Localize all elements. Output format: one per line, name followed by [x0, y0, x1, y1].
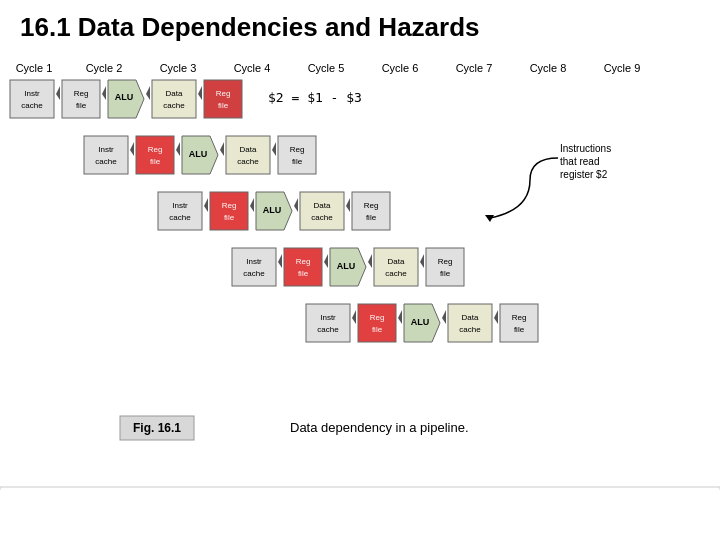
row1-data-cache: [152, 80, 196, 118]
row5-reg-red: [358, 304, 396, 342]
cycle-label-8: Cycle 8: [530, 62, 567, 74]
row1-arrow1: [56, 86, 60, 100]
row1-arrow3: [146, 86, 150, 100]
row3-arrow1: [204, 198, 208, 212]
svg-text:Data: Data: [462, 313, 479, 322]
row5-arrow4: [494, 310, 498, 324]
row3-arrow2: [250, 198, 254, 212]
svg-text:cache: cache: [21, 101, 43, 110]
svg-text:cache: cache: [169, 213, 191, 222]
row4-instr-cache: [232, 248, 276, 286]
row3-data-cache: [300, 192, 344, 230]
svg-text:file: file: [514, 325, 525, 334]
cycle-label-1: Cycle 1: [16, 62, 53, 74]
svg-text:file: file: [218, 101, 229, 110]
cycle-label-9: Cycle 9: [604, 62, 641, 74]
row1-reg-file: [62, 80, 100, 118]
svg-text:Instr: Instr: [320, 313, 336, 322]
row1-reg-out: [204, 80, 242, 118]
cycle-label-6: Cycle 6: [382, 62, 419, 74]
svg-text:file: file: [440, 269, 451, 278]
row2-arrow4: [272, 142, 276, 156]
cycle-label-3: Cycle 3: [160, 62, 197, 74]
row5-arrow2: [398, 310, 402, 324]
svg-text:cache: cache: [311, 213, 333, 222]
row4-data-cache: [374, 248, 418, 286]
svg-text:Instr: Instr: [172, 201, 188, 210]
svg-text:Reg: Reg: [296, 257, 311, 266]
svg-text:cache: cache: [317, 325, 339, 334]
cycle-label-2: Cycle 2: [86, 62, 123, 74]
svg-text:Instr: Instr: [98, 145, 114, 154]
svg-text:Data: Data: [314, 201, 331, 210]
svg-text:Data: Data: [166, 89, 183, 98]
annotation-line3: register $2: [560, 169, 608, 180]
row2-arrow1: [130, 142, 134, 156]
svg-text:file: file: [150, 157, 161, 166]
footer-bar: [0, 487, 720, 490]
row2-instr-cache: [84, 136, 128, 174]
svg-text:file: file: [292, 157, 303, 166]
svg-text:Reg: Reg: [290, 145, 305, 154]
row3-reg-red: [210, 192, 248, 230]
svg-text:Data: Data: [240, 145, 257, 154]
svg-text:ALU: ALU: [411, 317, 430, 327]
row3-instr-cache: [158, 192, 202, 230]
row4-reg-out: [426, 248, 464, 286]
svg-text:Instr: Instr: [24, 89, 40, 98]
svg-text:ALU: ALU: [263, 205, 282, 215]
annotation-arrowhead: [485, 215, 494, 222]
svg-text:Reg: Reg: [438, 257, 453, 266]
svg-text:cache: cache: [385, 269, 407, 278]
row2-reg-out: [278, 136, 316, 174]
svg-text:Reg: Reg: [148, 145, 163, 154]
svg-text:cache: cache: [237, 157, 259, 166]
svg-text:file: file: [366, 213, 377, 222]
row5-arrow1: [352, 310, 356, 324]
svg-text:ALU: ALU: [115, 92, 134, 102]
svg-text:Reg: Reg: [370, 313, 385, 322]
svg-text:Reg: Reg: [512, 313, 527, 322]
svg-text:Instr: Instr: [246, 257, 262, 266]
row1-instr-cache: [10, 80, 54, 118]
svg-text:ALU: ALU: [189, 149, 208, 159]
svg-text:Reg: Reg: [364, 201, 379, 210]
row1-arrow2: [102, 86, 106, 100]
row2-data-cache: [226, 136, 270, 174]
row5-reg-out: [500, 304, 538, 342]
svg-text:cache: cache: [243, 269, 265, 278]
annotation-arrow: [490, 158, 558, 218]
row3-arrow3: [294, 198, 298, 212]
annotation-line2: that read: [560, 156, 599, 167]
svg-text:file: file: [298, 269, 309, 278]
row5-data-cache: [448, 304, 492, 342]
svg-text:file: file: [372, 325, 383, 334]
row5-instr-cache: [306, 304, 350, 342]
svg-text:file: file: [224, 213, 235, 222]
row2-reg-red: [136, 136, 174, 174]
svg-text:cache: cache: [95, 157, 117, 166]
svg-text:Reg: Reg: [222, 201, 237, 210]
row4-arrow3: [368, 254, 372, 268]
svg-text:cache: cache: [459, 325, 481, 334]
svg-text:Reg: Reg: [74, 89, 89, 98]
svg-text:ALU: ALU: [337, 261, 356, 271]
row4-arrow1: [278, 254, 282, 268]
row2-arrow3: [220, 142, 224, 156]
svg-text:Data: Data: [388, 257, 405, 266]
row5-arrow3: [442, 310, 446, 324]
annotation-line1: Instructions: [560, 143, 611, 154]
pipeline-diagram: Cycle 1 Cycle 2 Cycle 3 Cycle 4 Cycle 5 …: [0, 0, 720, 490]
cycle-label-7: Cycle 7: [456, 62, 493, 74]
row4-arrow2: [324, 254, 328, 268]
svg-text:cache: cache: [163, 101, 185, 110]
row1-arrow4: [198, 86, 202, 100]
row3-arrow4: [346, 198, 350, 212]
row3-reg-out: [352, 192, 390, 230]
formula-text: $2 = $1 - $3: [268, 90, 362, 105]
row4-arrow4: [420, 254, 424, 268]
svg-text:file: file: [76, 101, 87, 110]
cycle-label-4: Cycle 4: [234, 62, 271, 74]
fig-caption: Data dependency in a pipeline.: [290, 420, 469, 435]
cycle-label-5: Cycle 5: [308, 62, 345, 74]
